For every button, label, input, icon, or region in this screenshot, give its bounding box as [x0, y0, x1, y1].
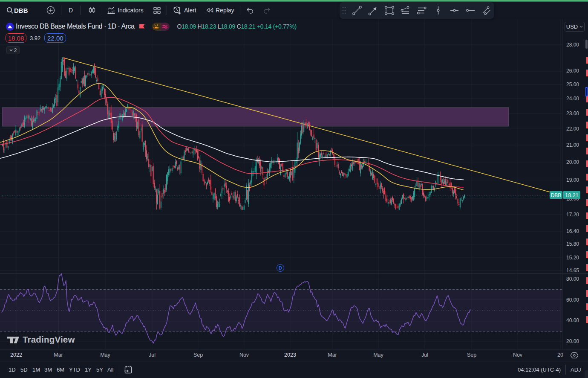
svg-text:24.00: 24.00: [566, 96, 579, 102]
svg-text:25.00: 25.00: [566, 81, 579, 87]
svg-text:15.80: 15.80: [566, 241, 579, 247]
svg-text:2023: 2023: [284, 352, 296, 358]
svg-text:80.00: 80.00: [566, 276, 579, 282]
svg-text:16.40: 16.40: [566, 228, 579, 234]
svg-text:Sep: Sep: [193, 352, 203, 358]
svg-text:26.00: 26.00: [566, 68, 579, 74]
svg-text:Jul: Jul: [421, 352, 428, 358]
svg-text:Jul: Jul: [149, 352, 156, 358]
svg-text:DBB: DBB: [551, 192, 562, 198]
svg-text:14.65: 14.65: [566, 268, 579, 273]
svg-text:28.00: 28.00: [566, 42, 579, 48]
svg-text:2022: 2022: [10, 352, 22, 358]
svg-text:20.00: 20.00: [566, 159, 579, 165]
svg-text:21.00: 21.00: [566, 142, 579, 148]
svg-text:19.00: 19.00: [566, 177, 579, 183]
svg-text:40.00: 40.00: [566, 317, 579, 323]
svg-text:Mar: Mar: [328, 352, 337, 358]
svg-text:60.00: 60.00: [566, 297, 579, 303]
svg-text:Nov: Nov: [239, 352, 249, 358]
svg-text:18.21: 18.21: [565, 192, 578, 198]
svg-text:22.00: 22.00: [566, 126, 579, 132]
svg-text:20: 20: [557, 352, 563, 358]
svg-text:23.00: 23.00: [566, 110, 579, 116]
svg-text:Sep: Sep: [467, 352, 476, 358]
svg-text:Mar: Mar: [54, 352, 63, 358]
svg-text:20.00: 20.00: [566, 338, 579, 344]
svg-text:May: May: [100, 352, 110, 358]
svg-text:17.20: 17.20: [566, 212, 579, 218]
svg-text:May: May: [373, 352, 383, 358]
svg-text:Nov: Nov: [513, 352, 523, 358]
svg-text:15.20: 15.20: [566, 255, 579, 261]
